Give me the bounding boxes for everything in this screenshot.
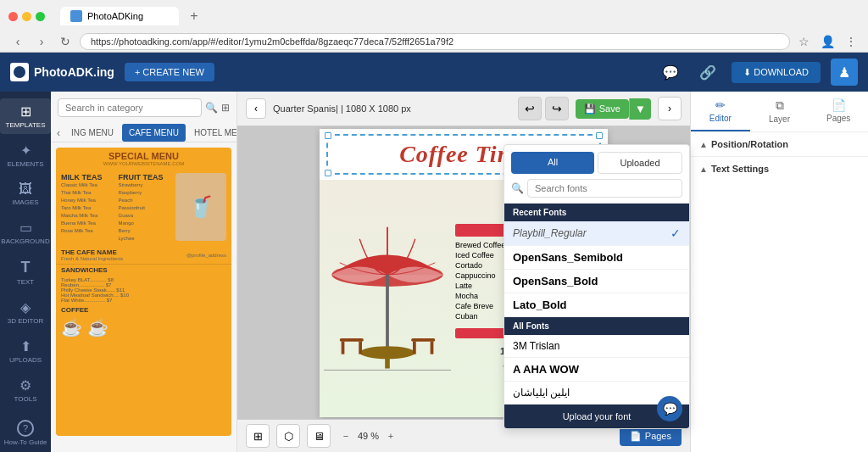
close-dot[interactable] <box>8 12 18 21</box>
font-item-opensans-bold[interactable]: OpenSans_Bold <box>504 270 689 293</box>
item-name: Cappuccino <box>455 271 496 280</box>
tab-ing-menu[interactable]: ING MENU <box>64 124 120 142</box>
save-button[interactable]: 💾 Save <box>576 99 629 119</box>
save-dropdown-button[interactable]: ▼ <box>629 98 651 120</box>
search-icon[interactable]: 🔍 <box>205 102 218 114</box>
3d-editor-icon: ◈ <box>20 299 31 315</box>
tab-hotel-me[interactable]: HOTEL ME <box>187 124 237 142</box>
app-body: ⊞ TEMPLATES ✦ ELEMENTS 🖼 IMAGES ▭ BACKGR… <box>0 92 868 452</box>
chat-button[interactable]: 💬 <box>657 396 682 421</box>
sidebar-item-howto[interactable]: ? How-To Guide <box>0 415 51 451</box>
handle-tr[interactable] <box>596 132 603 139</box>
logo-text: PhotoADK.ing <box>34 65 114 79</box>
save-label: Save <box>599 103 620 114</box>
font-name-3m-trislan: 3M Trislan <box>513 340 559 352</box>
canvas-nav-prev[interactable]: ‹ <box>246 98 266 119</box>
forward-button[interactable]: › <box>32 32 51 51</box>
images-icon: 🖼 <box>19 181 32 197</box>
sidebar-item-text[interactable]: T TEXT <box>0 254 51 291</box>
create-new-button[interactable]: + CREATE NEW <box>125 63 214 81</box>
font-item-lato-bold[interactable]: Lato_Bold <box>504 293 689 317</box>
maximize-dot[interactable] <box>36 12 45 21</box>
font-item-a-aha-wow[interactable]: A AHA WOW <box>504 358 689 382</box>
item-name: Cuban <box>455 312 478 321</box>
text-settings-label: Text Settings <box>711 164 769 174</box>
illustration-area <box>320 180 455 417</box>
handle-bl[interactable] <box>325 170 331 176</box>
menu-icon[interactable]: ⋮ <box>843 33 860 50</box>
right-panel-tabs: ✏ Editor ⧉ Layer 📄 Pages <box>691 92 868 132</box>
zoom-in-button[interactable]: + <box>382 427 399 444</box>
minimize-dot[interactable] <box>22 12 31 21</box>
refresh-button[interactable]: ↻ <box>56 32 75 51</box>
download-button[interactable]: ⬇ DOWNLOAD <box>732 62 821 83</box>
sidebar-item-uploads[interactable]: ⬆ UPLOADS <box>0 333 51 369</box>
preview-drink-image: 🥤 <box>175 173 226 241</box>
svg-rect-8 <box>413 341 416 354</box>
url-text: https://photoadking.com/app/#/editor/1ym… <box>91 36 453 47</box>
sidebar-item-images[interactable]: 🖼 IMAGES <box>0 176 51 211</box>
undo-button[interactable]: ↩ <box>518 97 542 120</box>
share-icon[interactable]: 🔗 <box>694 59 721 86</box>
search-input[interactable] <box>58 98 202 117</box>
position-rotation-section: ▲ Position/Rotation <box>691 132 868 157</box>
tab-layer[interactable]: ⧉ Layer <box>750 92 810 131</box>
browser-tab[interactable]: PhotoADKing <box>60 7 179 25</box>
template-search-bar: 🔍 ⊞ <box>51 92 236 124</box>
font-panel: All Uploaded 🔍 Recent Fonts Playbill_Reg… <box>504 144 690 429</box>
grid-tool-button[interactable]: ⊞ <box>246 424 270 448</box>
svg-rect-7 <box>411 338 435 341</box>
position-section-header[interactable]: ▲ Position/Rotation <box>699 139 860 149</box>
address-bar[interactable]: https://photoadking.com/app/#/editor/1ym… <box>80 33 790 50</box>
font-panel-tabs: All Uploaded <box>504 145 689 174</box>
browser-chrome: PhotoADKing + ‹ › ↻ https://photoadking.… <box>0 0 868 53</box>
font-name-opensans-semibold: OpenSans_Semibold <box>513 251 623 264</box>
sidebar-item-elements[interactable]: ✦ ELEMENTS <box>0 137 51 173</box>
preview-fruit-tea-items: Strawberry Raspberry Peach Passionfruit … <box>119 181 173 243</box>
font-item-playbill[interactable]: Playbill_Regular ✓ <box>504 221 689 246</box>
canvas-nav-next[interactable]: › <box>658 97 682 120</box>
user-icon[interactable]: 👤 <box>819 33 836 50</box>
tab-prev-arrow[interactable]: ‹ <box>54 125 63 142</box>
new-tab-button[interactable]: + <box>186 8 203 25</box>
font-tab-all[interactable]: All <box>511 152 594 174</box>
bookmark-icon[interactable]: ☆ <box>795 33 812 50</box>
font-tab-uploaded[interactable]: Uploaded <box>598 152 682 174</box>
browser-actions: ☆ 👤 ⋮ <box>795 33 860 50</box>
redo-button[interactable]: ↪ <box>545 97 569 120</box>
preview-image: SPECIAL MENU WWW.YOURWEBSITENAME.COM MIL… <box>56 148 231 436</box>
grid-view-icon[interactable]: ⊞ <box>221 102 230 114</box>
chat-header-icon[interactable]: 💬 <box>657 59 684 86</box>
sidebar-item-templates[interactable]: ⊞ TEMPLATES <box>0 98 51 134</box>
preview-fruit-tea-title: FRUIT TEAS <box>119 173 173 181</box>
sidebar-item-tools[interactable]: ⚙ TOOLS <box>0 372 51 408</box>
tab-cafe-menu[interactable]: CAFE MENU <box>122 124 186 142</box>
sidebar-item-background[interactable]: ▭ BACKGROUND <box>0 215 51 250</box>
item-name: Cortado <box>455 261 482 270</box>
sidebar-item-3d-editor[interactable]: ◈ 3D EDITOR <box>0 294 51 330</box>
right-panel-body: ▲ Position/Rotation ▲ Text Settings <box>691 132 868 452</box>
font-item-opensans-semibold[interactable]: OpenSans_Semibold <box>504 246 689 270</box>
handle-tl[interactable] <box>325 132 331 139</box>
app-header: PhotoADK.ing + CREATE NEW 💬 🔗 ⬇ DOWNLOAD… <box>0 53 868 92</box>
font-name-playbill: Playbill_Regular <box>513 227 587 239</box>
font-item-3m-trislan[interactable]: 3M Trislan <box>504 335 689 358</box>
pages-tab-label: Pages <box>826 114 850 123</box>
text-settings-section[interactable]: ▲ Text Settings <box>691 157 868 181</box>
upload-section: Upload your font 💬 <box>504 405 689 428</box>
screen-tool-button[interactable]: 🖥 <box>307 424 331 448</box>
chess-icon[interactable]: ♟ <box>831 59 858 86</box>
zoom-out-button[interactable]: − <box>337 427 354 444</box>
app: PhotoADK.ing + CREATE NEW 💬 🔗 ⬇ DOWNLOAD… <box>0 53 868 452</box>
preview-cafe-name: THE CAFE NAME Fresh & Natural Ingredient… <box>61 248 123 261</box>
tab-pages[interactable]: 📄 Pages <box>809 92 868 131</box>
all-fonts-header: All Fonts <box>504 317 689 335</box>
template-preview-card[interactable]: SPECIAL MENU WWW.YOURWEBSITENAME.COM MIL… <box>56 148 231 436</box>
preview-teas: MILK TEAS Classic Milk Tea Thai Milk Tea… <box>56 170 231 246</box>
layer-tab-label: Layer <box>769 114 790 124</box>
font-search-input[interactable] <box>527 179 682 198</box>
tab-editor[interactable]: ✏ Editor <box>691 92 750 131</box>
back-button[interactable]: ‹ <box>8 32 27 51</box>
preview-milk-tea-items: Classic Milk Tea Thai Milk Tea Honey Mil… <box>61 181 115 235</box>
crop-tool-button[interactable]: ⬡ <box>276 424 300 448</box>
